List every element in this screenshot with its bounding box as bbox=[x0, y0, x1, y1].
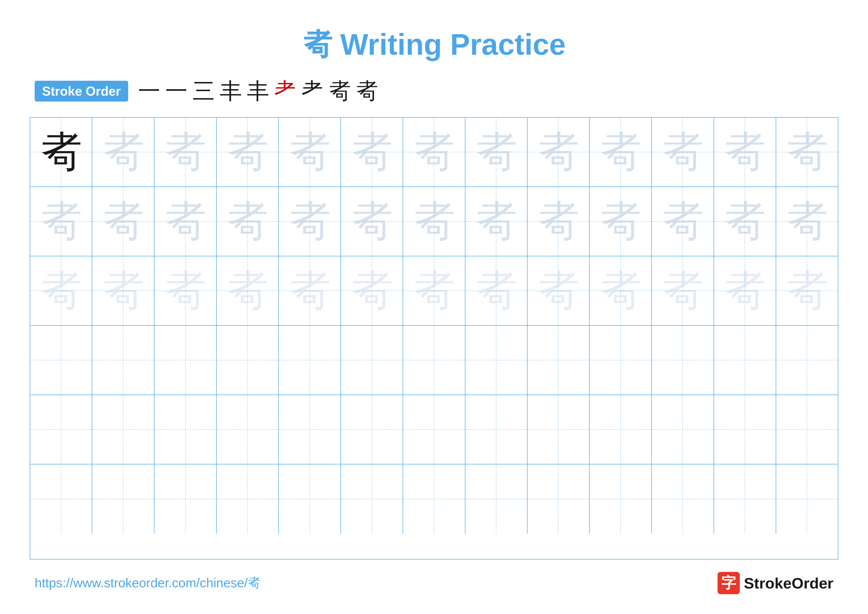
cell-3-7[interactable]: 耇 bbox=[403, 256, 465, 325]
cell-5-13[interactable] bbox=[776, 395, 838, 464]
practice-grid: 耇 耇 耇 耇 耇 耇 耇 耇 耇 耇 耇 耇 耇 耇 耇 耇 耇 耇 耇 耇 … bbox=[30, 117, 838, 560]
cell-5-5[interactable] bbox=[279, 395, 341, 464]
cell-5-11[interactable] bbox=[652, 395, 714, 464]
cell-5-4[interactable] bbox=[217, 395, 279, 464]
cell-3-11[interactable]: 耇 bbox=[652, 256, 714, 325]
cell-1-10[interactable]: 耇 bbox=[590, 118, 652, 187]
cell-6-3[interactable] bbox=[154, 465, 217, 534]
page: 耇 Writing Practice Stroke Order 一 一 三 丰 … bbox=[0, 0, 868, 614]
cell-4-9[interactable] bbox=[527, 326, 590, 395]
cell-6-9[interactable] bbox=[527, 465, 590, 534]
cell-2-11[interactable]: 耇 bbox=[652, 187, 714, 256]
cell-5-3[interactable] bbox=[154, 395, 217, 464]
cell-4-3[interactable] bbox=[154, 326, 217, 395]
cell-6-4[interactable] bbox=[217, 465, 279, 534]
cell-1-7[interactable]: 耇 bbox=[403, 118, 465, 187]
cell-6-2[interactable] bbox=[92, 465, 154, 534]
stroke-4: 丰 bbox=[220, 80, 242, 102]
cell-2-2[interactable]: 耇 bbox=[92, 187, 154, 256]
cell-5-6[interactable] bbox=[341, 395, 403, 464]
cell-4-13[interactable] bbox=[776, 326, 838, 395]
grid-row-5 bbox=[30, 395, 838, 465]
cell-6-13[interactable] bbox=[776, 465, 838, 534]
cell-6-10[interactable] bbox=[590, 465, 652, 534]
cell-5-7[interactable] bbox=[403, 395, 465, 464]
cell-1-12[interactable]: 耇 bbox=[714, 118, 776, 187]
stroke-6: 耂 bbox=[274, 80, 296, 102]
cell-6-11[interactable] bbox=[652, 465, 714, 534]
stroke-9: 耇 bbox=[356, 80, 378, 102]
cell-1-2[interactable]: 耇 bbox=[92, 118, 154, 187]
cell-5-12[interactable] bbox=[714, 395, 776, 464]
cell-4-10[interactable] bbox=[590, 326, 652, 395]
footer-url[interactable]: https://www.strokeorder.com/chinese/耇 bbox=[35, 574, 260, 592]
cell-2-8[interactable]: 耇 bbox=[465, 187, 527, 256]
logo-icon: 字 bbox=[718, 572, 740, 594]
cell-1-8[interactable]: 耇 bbox=[465, 118, 527, 187]
cell-2-1[interactable]: 耇 bbox=[30, 187, 92, 256]
cell-1-4[interactable]: 耇 bbox=[217, 118, 279, 187]
cell-5-1[interactable] bbox=[30, 395, 92, 464]
cell-6-1[interactable] bbox=[30, 465, 92, 534]
logo-text: StrokeOrder bbox=[744, 574, 833, 592]
cell-2-6[interactable]: 耇 bbox=[341, 187, 403, 256]
cell-6-12[interactable] bbox=[714, 465, 776, 534]
page-title: 耇 Writing Practice bbox=[302, 25, 566, 65]
footer: https://www.strokeorder.com/chinese/耇 字 … bbox=[30, 572, 838, 594]
cell-1-9[interactable]: 耇 bbox=[527, 118, 590, 187]
cell-1-5[interactable]: 耇 bbox=[279, 118, 341, 187]
cell-3-10[interactable]: 耇 bbox=[590, 256, 652, 325]
footer-logo: 字 StrokeOrder bbox=[718, 572, 833, 594]
cell-4-8[interactable] bbox=[465, 326, 527, 395]
stroke-order-row: Stroke Order 一 一 三 丰 丰 耂 耂 耇 耇 bbox=[30, 80, 838, 102]
cell-6-6[interactable] bbox=[341, 465, 403, 534]
cell-1-11[interactable]: 耇 bbox=[652, 118, 714, 187]
stroke-8: 耇 bbox=[329, 80, 351, 102]
cell-1-13[interactable]: 耇 bbox=[776, 118, 838, 187]
cell-4-7[interactable] bbox=[403, 326, 465, 395]
cell-6-8[interactable] bbox=[465, 465, 527, 534]
cell-3-9[interactable]: 耇 bbox=[527, 256, 590, 325]
cell-4-2[interactable] bbox=[92, 326, 154, 395]
cell-4-4[interactable] bbox=[217, 326, 279, 395]
cell-3-2[interactable]: 耇 bbox=[92, 256, 154, 325]
cell-4-11[interactable] bbox=[652, 326, 714, 395]
cell-3-6[interactable]: 耇 bbox=[341, 256, 403, 325]
cell-3-5[interactable]: 耇 bbox=[279, 256, 341, 325]
cell-2-4[interactable]: 耇 bbox=[217, 187, 279, 256]
cell-3-8[interactable]: 耇 bbox=[465, 256, 527, 325]
cell-2-13[interactable]: 耇 bbox=[776, 187, 838, 256]
cell-2-9[interactable]: 耇 bbox=[527, 187, 590, 256]
cell-6-7[interactable] bbox=[403, 465, 465, 534]
cell-5-10[interactable] bbox=[590, 395, 652, 464]
cell-3-3[interactable]: 耇 bbox=[154, 256, 217, 325]
cell-3-12[interactable]: 耇 bbox=[714, 256, 776, 325]
cell-5-8[interactable] bbox=[465, 395, 527, 464]
stroke-order-badge: Stroke Order bbox=[35, 81, 128, 101]
stroke-5: 丰 bbox=[247, 80, 269, 102]
stroke-3: 三 bbox=[192, 80, 215, 102]
stroke-1: 一 bbox=[138, 80, 160, 102]
cell-5-9[interactable] bbox=[527, 395, 590, 464]
cell-2-5[interactable]: 耇 bbox=[279, 187, 341, 256]
cell-1-6[interactable]: 耇 bbox=[341, 118, 403, 187]
cell-4-12[interactable] bbox=[714, 326, 776, 395]
cell-4-5[interactable] bbox=[279, 326, 341, 395]
grid-row-4 bbox=[30, 326, 838, 395]
cell-4-6[interactable] bbox=[341, 326, 403, 395]
cell-2-7[interactable]: 耇 bbox=[403, 187, 465, 256]
grid-row-1: 耇 耇 耇 耇 耇 耇 耇 耇 耇 耇 耇 耇 耇 bbox=[30, 118, 838, 187]
cell-3-1[interactable]: 耇 bbox=[30, 256, 92, 325]
stroke-7: 耂 bbox=[301, 80, 324, 102]
cell-6-5[interactable] bbox=[279, 465, 341, 534]
cell-1-1[interactable]: 耇 bbox=[30, 118, 92, 187]
cell-2-12[interactable]: 耇 bbox=[714, 187, 776, 256]
stroke-sequence: 一 一 三 丰 丰 耂 耂 耇 耇 bbox=[138, 80, 378, 102]
cell-2-3[interactable]: 耇 bbox=[154, 187, 217, 256]
cell-2-10[interactable]: 耇 bbox=[590, 187, 652, 256]
cell-3-4[interactable]: 耇 bbox=[217, 256, 279, 325]
cell-4-1[interactable] bbox=[30, 326, 92, 395]
cell-1-3[interactable]: 耇 bbox=[154, 118, 217, 187]
cell-5-2[interactable] bbox=[92, 395, 154, 464]
cell-3-13[interactable]: 耇 bbox=[776, 256, 838, 325]
